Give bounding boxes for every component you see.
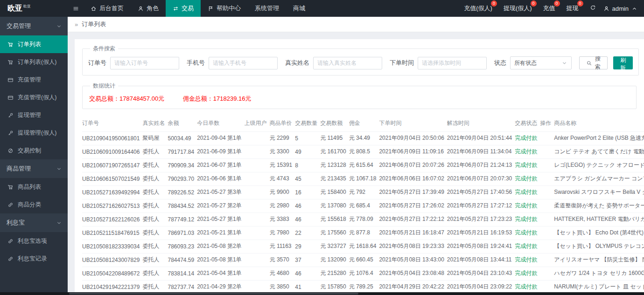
stats-row: 交易总额：178748457.00元 佣金总额：1718239.16元 [88,92,630,103]
table-cell [245,253,270,267]
refresh-button[interactable]: 刷新 [613,56,633,69]
table-cell: 2021年06月07日 21:24:13 [447,158,515,172]
table-cell: UB2106091009164406 [82,145,142,158]
order-time-label: 下单时间 [390,59,414,67]
table-cell: 元 660.45 [349,253,379,267]
column-header: 佣金 [349,116,379,131]
scrollbar-thumb[interactable] [69,293,358,295]
top-nav-item[interactable]: 商城 [286,0,312,17]
table-cell: 完成付款 [515,226,540,240]
table-cell: 2021年05月08日 13:43:00 [379,253,447,267]
topbar: 欧亚欧亚 后台首页角色交易帮助中心系统管理商城 充值(假人)0提现(假人)0充值… [0,0,644,17]
phone-input[interactable] [209,57,278,69]
table-cell: UB2105271626027513 [82,199,142,213]
sidebar-item[interactable]: 利息宝记录 [0,250,68,268]
table-cell [540,267,554,280]
table-cell [540,131,554,145]
sidebar-item[interactable]: 充值管理(假人) [0,89,68,106]
card-icon [7,95,14,101]
sidebar-item[interactable]: 商品分类 [0,196,68,213]
stat-value: 178748457.00元 [119,95,164,102]
quick-link-label: 提现 [567,5,579,12]
top-nav-item[interactable]: 交易 [166,0,201,17]
sidebar-item-label: 利息宝选项 [18,237,47,245]
cart-icon [7,41,14,48]
table-cell: 委托人 [142,185,168,199]
table-cell: 2021-04-29 第2单 [197,280,244,294]
sidebar-item[interactable]: 提现管理(假人) [0,124,68,142]
status-select-value: 所有状态 [514,59,537,67]
quick-link[interactable]: 提现0 [567,4,579,13]
status-field: 状态 所有状态 [494,56,572,69]
sidebar-item[interactable]: 充值管理 [0,71,68,89]
real-name-input[interactable] [313,57,382,69]
table-cell: 委托人 [142,280,168,294]
table-cell: 元 3850 [270,280,295,294]
table-cell: 委托人 [142,213,168,226]
top-nav-item[interactable]: 角色 [131,0,166,17]
table-cell: 29 [295,240,320,253]
search-button[interactable]: 搜 索 [579,56,608,69]
table-cell: 元 1067.18 [349,172,379,185]
top-nav-item[interactable]: 帮助中心 [201,0,248,17]
table-cell [245,267,270,280]
user-menu[interactable]: admin [603,5,637,12]
sidebar-item[interactable]: 利息宝选项 [0,232,68,250]
sidebar-item[interactable]: 商品列表 [0,178,68,196]
refresh-page-button[interactable] [590,4,596,13]
table-cell: 2021-05-04 第1单 [197,267,244,280]
count-badge: 0 [554,0,560,7]
sidebar-group-header[interactable]: 利息宝 [0,213,68,232]
column-header: 商品单价 [270,116,295,131]
sidebar-item[interactable]: 提现管理 [0,106,68,124]
table-cell: レゴ(LEGO) テクニック オフロードバギー 42124 [554,158,644,172]
table-row: UB2105271622126026委托人787749.122021-05-27… [82,213,644,226]
sidebar-item[interactable]: 订单列表 [0,35,68,53]
total-commission-stat: 佣金总额：1718239.16元 [183,95,252,102]
sidebar-group-header[interactable]: 交易管理 [0,17,68,35]
menu-toggle-button[interactable] [68,0,84,17]
total-trade-stat: 交易总额：178748457.00元 [89,95,164,102]
sidebar-item[interactable]: 交易控制 [0,142,68,159]
chevron-up-icon [631,6,637,12]
order-time-input[interactable] [418,57,487,69]
table-cell: Swarovski スワロフスキー Bella V クリスタル とシルバー [554,185,644,199]
table-cell: 元 34.49 [349,131,379,145]
table-cell: 元 685.4 [349,199,379,213]
table-cell: 完成付款 [515,280,540,294]
top-nav-label: 商城 [293,4,305,13]
status-select[interactable]: 所有状态 [510,56,572,69]
wrench-icon [7,130,14,136]
search-legend: 条件搜索 [90,45,118,53]
table-cell: 元 161700 [320,145,349,158]
table-cell: 2021-06-06 第1单 [197,172,244,185]
table-cell: 元 789.25 [349,280,379,294]
quick-link[interactable]: 充值0 [543,4,555,13]
table-cell: 2021年05月08日 19:24:41 [447,240,515,253]
orders-table: 订单号真实姓名余额今日单数上级用户商品单价交易数量交易数额佣金下单时间解冻时间交… [82,116,644,295]
order-number-input[interactable] [110,57,179,69]
quick-link[interactable]: 提现(假人)0 [504,4,532,13]
top-nav-item[interactable]: 后台首页 [84,0,131,17]
top-nav-item[interactable]: 系统管理 [248,0,286,17]
table-cell: 2021年05月27日 17:27:12 [447,199,515,213]
sidebar-item[interactable]: 订单列表(假人) [0,53,68,71]
table-cell: 元 1076.4 [349,267,379,280]
table-cell [540,226,554,240]
table-cell: 46 [295,199,320,213]
table-cell: 完成付款 [515,199,540,213]
table-cell: 16 [295,185,320,199]
breadcrumb-title: 订单列表 [82,20,106,28]
order-number-label: 订单号 [88,59,106,67]
quick-link[interactable]: 充值(假人)0 [464,4,492,13]
horizontal-scrollbar[interactable] [0,292,644,295]
table-cell: 37 [295,253,320,267]
app-logo[interactable]: 欧亚欧亚 [0,4,68,14]
table-cell: 元 175560 [320,226,349,240]
table-cell: 2021年09月04日 20:51:44 [447,131,515,145]
sidebar-group-header[interactable]: 商品管理 [0,159,68,178]
table-cell: 2021年05月08日 19:23:33 [379,240,447,253]
chevdown-icon [56,220,62,226]
table-cell: 46 [295,213,320,226]
table-cell: 完成付款 [515,131,540,145]
